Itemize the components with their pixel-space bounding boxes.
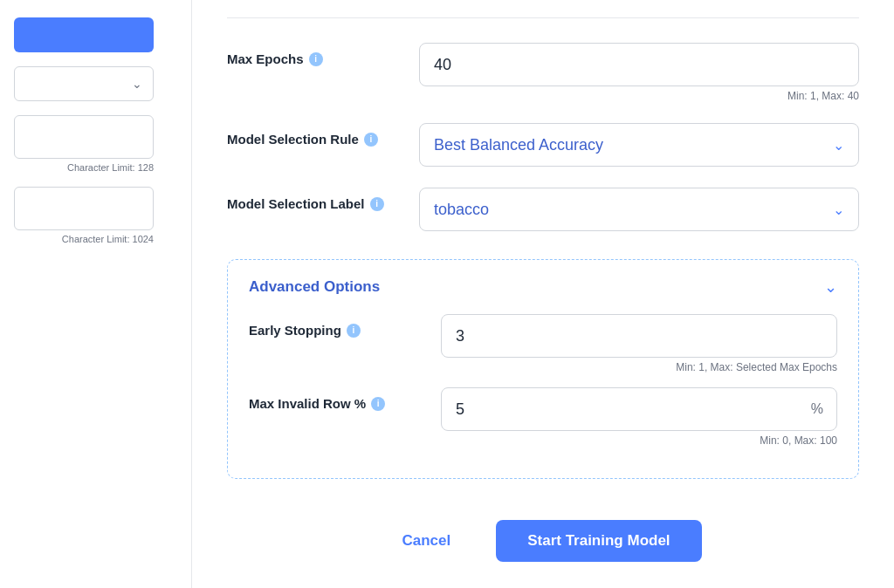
model-selection-label-label: Model Selection Label i — [227, 188, 419, 211]
left-top-button[interactable] — [14, 17, 154, 52]
model-selection-label-chevron-icon: ⌄ — [833, 202, 844, 218]
cancel-button[interactable]: Cancel — [384, 523, 468, 558]
left-textarea-wrap-1: Character Limit: 128 — [14, 115, 177, 173]
advanced-options-toggle-icon[interactable]: ⌄ — [824, 277, 837, 297]
model-selection-label-value: tobacco — [434, 201, 489, 219]
advanced-options-section: Advanced Options ⌄ Early Stopping i Min:… — [227, 259, 859, 479]
model-selection-label-select[interactable]: tobacco ⌄ — [419, 188, 859, 231]
max-invalid-row-input[interactable] — [441, 387, 837, 431]
model-selection-rule-select[interactable]: Best Balanced Accuracy ⌄ — [419, 123, 859, 167]
max-epochs-info-icon[interactable]: i — [309, 52, 323, 66]
early-stopping-input[interactable] — [441, 314, 837, 358]
max-invalid-row-info-icon[interactable]: i — [371, 397, 385, 411]
left-dropdown[interactable]: ⌄ — [14, 66, 154, 101]
model-selection-label-field: tobacco ⌄ — [419, 188, 859, 231]
model-selection-rule-info-icon[interactable]: i — [364, 133, 378, 147]
max-epochs-field: Min: 1, Max: 40 — [419, 43, 859, 102]
model-selection-label-row: Model Selection Label i tobacco ⌄ — [227, 188, 859, 231]
early-stopping-label: Early Stopping i — [249, 314, 441, 338]
early-stopping-info-icon[interactable]: i — [347, 324, 361, 338]
max-epochs-input[interactable] — [419, 43, 859, 86]
max-invalid-row-hint: Min: 0, Max: 100 — [441, 434, 837, 447]
early-stopping-row: Early Stopping i Min: 1, Max: Selected M… — [249, 314, 837, 373]
char-limit-1: Character Limit: 128 — [14, 162, 154, 173]
max-invalid-row-row: Max Invalid Row % i % Min: 0, Max: 100 — [249, 387, 837, 447]
char-limit-2: Character Limit: 1024 — [14, 234, 154, 244]
max-epochs-label: Max Epochs i — [227, 43, 419, 66]
max-epochs-hint: Min: 1, Max: 40 — [419, 90, 859, 102]
main-content: Max Epochs i Min: 1, Max: 40 Model Selec… — [192, 0, 894, 588]
start-training-button[interactable]: Start Training Model — [496, 520, 701, 562]
left-textarea-wrap-2: Character Limit: 1024 — [14, 187, 177, 244]
left-textarea-2[interactable] — [14, 187, 154, 230]
early-stopping-input-wrap — [441, 314, 837, 358]
model-selection-rule-label: Model Selection Rule i — [227, 123, 419, 147]
model-selection-rule-value: Best Balanced Accuracy — [434, 136, 603, 154]
max-epochs-row: Max Epochs i Min: 1, Max: 40 — [227, 43, 859, 102]
early-stopping-field: Min: 1, Max: Selected Max Epochs — [441, 314, 837, 373]
model-selection-rule-chevron-icon: ⌄ — [833, 137, 844, 154]
chevron-down-icon: ⌄ — [132, 77, 142, 91]
advanced-options-title: Advanced Options — [249, 278, 380, 296]
max-invalid-row-field: % Min: 0, Max: 100 — [441, 387, 837, 447]
max-invalid-row-label: Max Invalid Row % i — [249, 387, 441, 411]
advanced-options-header: Advanced Options ⌄ — [249, 277, 837, 297]
model-selection-rule-field: Best Balanced Accuracy ⌄ — [419, 123, 859, 167]
footer-actions: Cancel Start Training Model — [227, 511, 859, 562]
left-textarea-1[interactable] — [14, 115, 154, 159]
max-invalid-row-input-wrap: % — [441, 387, 837, 431]
divider — [227, 17, 859, 18]
model-selection-rule-row: Model Selection Rule i Best Balanced Acc… — [227, 123, 859, 167]
model-selection-label-info-icon[interactable]: i — [370, 197, 384, 211]
left-panel: ⌄ Character Limit: 128 Character Limit: … — [0, 0, 192, 588]
percent-suffix: % — [811, 401, 823, 417]
early-stopping-hint: Min: 1, Max: Selected Max Epochs — [441, 361, 837, 373]
